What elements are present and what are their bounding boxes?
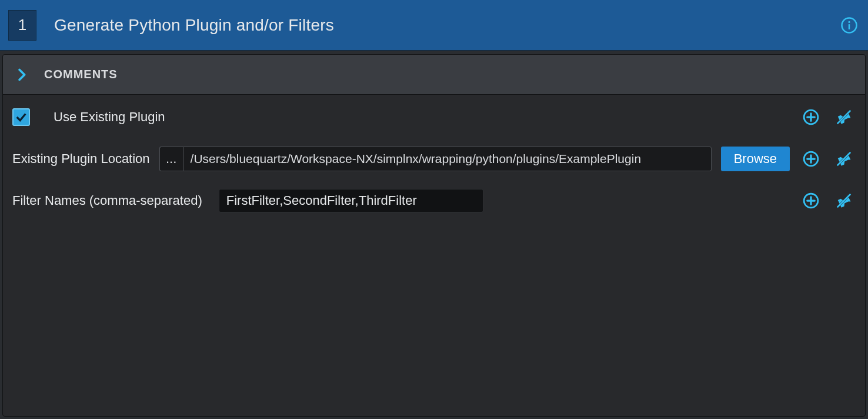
pin-off-icon[interactable] bbox=[832, 105, 856, 129]
add-circle-icon[interactable] bbox=[799, 189, 823, 212]
plugin-location-input[interactable] bbox=[183, 147, 712, 171]
chevron-right-icon[interactable] bbox=[15, 68, 30, 81]
main-panel: COMMENTS Use Existing Plugin bbox=[2, 54, 866, 417]
use-existing-checkbox[interactable] bbox=[12, 108, 30, 126]
add-circle-icon[interactable] bbox=[799, 147, 823, 171]
form-body: Use Existing Plugin bbox=[3, 95, 865, 223]
pin-off-icon[interactable] bbox=[832, 189, 856, 212]
step-number: 1 bbox=[18, 16, 26, 34]
browse-button[interactable]: Browse bbox=[721, 147, 790, 171]
plugin-location-label: Existing Plugin Location bbox=[12, 151, 150, 167]
svg-point-1 bbox=[848, 21, 850, 22]
add-circle-icon[interactable] bbox=[799, 105, 823, 129]
svg-rect-2 bbox=[849, 24, 850, 29]
info-icon[interactable] bbox=[839, 15, 860, 36]
row-plugin-location: Existing Plugin Location ... Browse bbox=[12, 147, 856, 171]
filter-names-label: Filter Names (comma-separated) bbox=[12, 193, 202, 208]
path-input-group: ... bbox=[159, 147, 712, 171]
filter-names-input[interactable] bbox=[219, 189, 483, 212]
step-number-badge: 1 bbox=[8, 10, 36, 41]
path-ellipsis-button[interactable]: ... bbox=[159, 147, 183, 171]
page-title: Generate Python Plugin and/or Filters bbox=[54, 16, 839, 35]
comments-label: COMMENTS bbox=[44, 68, 118, 81]
pin-off-icon[interactable] bbox=[832, 147, 856, 171]
comments-section-header[interactable]: COMMENTS bbox=[3, 55, 865, 95]
use-existing-label: Use Existing Plugin bbox=[54, 109, 165, 125]
row-filter-names: Filter Names (comma-separated) bbox=[12, 189, 856, 212]
row-use-existing: Use Existing Plugin bbox=[12, 105, 856, 129]
title-bar: 1 Generate Python Plugin and/or Filters bbox=[0, 0, 868, 51]
filter-config-panel: 1 Generate Python Plugin and/or Filters … bbox=[0, 0, 868, 419]
